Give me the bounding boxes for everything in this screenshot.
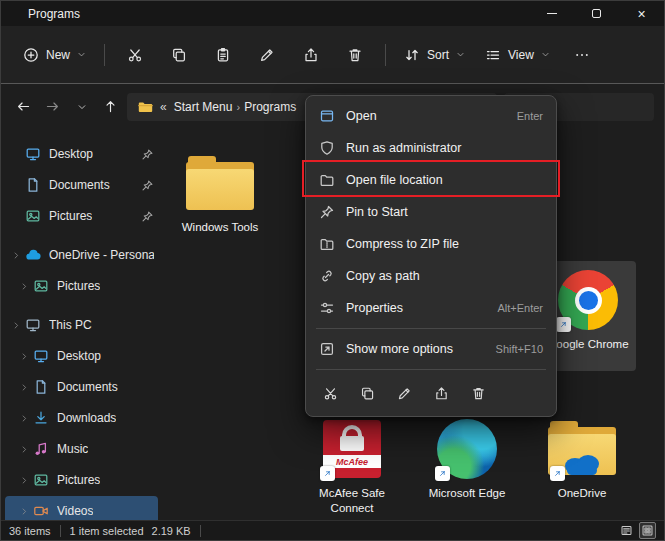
menu-item-label: Copy as path xyxy=(346,269,420,283)
file-icon-wrap xyxy=(172,150,268,216)
toolbar-divider xyxy=(104,44,105,66)
sidebar-item-onedrive-personal[interactable]: OneDrive - Personal xyxy=(5,240,158,270)
arrow-up-icon xyxy=(103,99,118,114)
maximize-button[interactable] xyxy=(574,1,619,26)
paste-button[interactable] xyxy=(201,38,245,72)
breadcrumb-overflow[interactable]: « xyxy=(160,100,167,114)
minimize-button[interactable] xyxy=(529,1,574,26)
menu-item-properties[interactable]: PropertiesAlt+Enter xyxy=(310,292,552,324)
cut-button[interactable] xyxy=(113,38,157,72)
rename-button[interactable] xyxy=(245,38,289,72)
sort-button[interactable]: Sort xyxy=(394,38,475,72)
sidebar-item-label: Downloads xyxy=(57,411,116,425)
admin-icon xyxy=(319,140,335,156)
navigation-pane: DesktopDocumentsPicturesOneDrive - Perso… xyxy=(1,128,162,520)
menu-delete-button[interactable] xyxy=(466,380,490,406)
sidebar-item-pictures[interactable]: Pictures xyxy=(5,201,158,231)
toolbar-divider xyxy=(385,44,386,66)
view-toggle-group xyxy=(618,522,656,539)
copy-path-icon xyxy=(319,268,335,284)
delete-button[interactable] xyxy=(333,38,377,72)
view-button[interactable]: View xyxy=(475,38,560,72)
details-view-button[interactable] xyxy=(618,522,635,539)
menu-item-run-as-administrator[interactable]: Run as administrator xyxy=(310,132,552,164)
shortcut-arrow-icon xyxy=(559,320,568,329)
rename-icon xyxy=(397,386,412,401)
menu-item-copy-as-path[interactable]: Copy as path xyxy=(310,260,552,292)
expander[interactable] xyxy=(17,442,31,456)
document-icon xyxy=(25,177,41,193)
file-item-label: OneDrive xyxy=(558,486,607,501)
file-item-windows-tools[interactable]: Windows Tools xyxy=(172,144,268,235)
large-icons-view-button[interactable] xyxy=(639,522,656,539)
sidebar-item-documents[interactable]: Documents xyxy=(5,170,158,200)
minimize-icon xyxy=(547,13,557,14)
expander[interactable] xyxy=(17,411,31,425)
close-icon: × xyxy=(637,7,645,21)
music-icon xyxy=(33,441,49,457)
up-button[interactable] xyxy=(96,92,125,122)
menu-divider xyxy=(316,369,546,370)
sidebar-item-desktop[interactable]: Desktop xyxy=(5,139,158,169)
chevron-right-icon xyxy=(20,414,29,423)
desktop-icon xyxy=(25,146,41,162)
menu-item-open[interactable]: OpenEnter xyxy=(310,100,552,132)
chevron-down-icon xyxy=(541,50,550,59)
expander[interactable] xyxy=(17,504,31,518)
picture-icon xyxy=(33,472,49,488)
menu-copy-button[interactable] xyxy=(355,380,379,406)
menu-item-show-more-options[interactable]: Show more optionsShift+F10 xyxy=(310,333,552,365)
sidebar-item-music[interactable]: Music xyxy=(5,434,158,464)
file-item-onedrive[interactable]: OneDrive xyxy=(534,410,630,501)
sidebar-item-downloads[interactable]: Downloads xyxy=(5,403,158,433)
back-button[interactable] xyxy=(9,92,38,122)
recent-locations-button[interactable] xyxy=(67,92,96,122)
menu-item-label: Pin to Start xyxy=(346,205,408,219)
expander[interactable] xyxy=(17,349,31,363)
file-item-microsoft-edge[interactable]: Microsoft Edge xyxy=(419,410,515,501)
share-icon xyxy=(303,47,319,63)
menu-share-button[interactable] xyxy=(429,380,453,406)
show-more-icon xyxy=(319,341,335,357)
menu-item-compress-to-zip-file[interactable]: Compress to ZIP file xyxy=(310,228,552,260)
folder-small-icon xyxy=(137,99,153,115)
ellipsis-icon xyxy=(574,47,590,63)
breadcrumb-segment-start-menu[interactable]: Start Menu xyxy=(174,100,233,114)
file-item-mcafee-safe-connect[interactable]: McAfeeMcAfee Safe Connect xyxy=(304,410,400,516)
menu-rename-button[interactable] xyxy=(392,380,416,406)
new-button[interactable]: New xyxy=(13,38,96,72)
expander xyxy=(9,178,23,192)
chevron-right-icon xyxy=(20,383,29,392)
sidebar-item-pictures[interactable]: Pictures xyxy=(5,465,158,495)
window-controls: × xyxy=(529,1,664,26)
sidebar-item-documents[interactable]: Documents xyxy=(5,372,158,402)
sidebar-item-desktop[interactable]: Desktop xyxy=(5,341,158,371)
expander xyxy=(9,209,23,223)
copy-button[interactable] xyxy=(157,38,201,72)
selection-summary: 1 item selected 2.19 KB xyxy=(70,525,191,537)
menu-item-open-file-location[interactable]: Open file location xyxy=(310,164,552,196)
menu-item-pin-to-start[interactable]: Pin to Start xyxy=(310,196,552,228)
sidebar-item-videos[interactable]: Videos xyxy=(5,496,158,520)
expander[interactable] xyxy=(17,279,31,293)
document-icon xyxy=(33,379,49,395)
sidebar-item-this-pc[interactable]: This PC xyxy=(5,310,158,340)
share-button[interactable] xyxy=(289,38,333,72)
sidebar-item-label: Pictures xyxy=(49,209,92,223)
close-button[interactable]: × xyxy=(619,1,664,26)
expander[interactable] xyxy=(17,380,31,394)
sidebar-item-label: Videos xyxy=(57,504,93,518)
pin-icon xyxy=(141,179,154,192)
pin-icon xyxy=(141,210,154,223)
menu-cut-button[interactable] xyxy=(318,380,342,406)
more-options-button[interactable] xyxy=(560,38,604,72)
sidebar-item-pictures[interactable]: Pictures xyxy=(5,271,158,301)
titlebar: Programs × xyxy=(1,1,664,26)
forward-button[interactable] xyxy=(38,92,67,122)
breadcrumb-segment-programs[interactable]: Programs xyxy=(244,100,296,114)
expander[interactable] xyxy=(9,248,23,262)
picture-icon xyxy=(33,278,49,294)
expander[interactable] xyxy=(9,318,23,332)
expander[interactable] xyxy=(17,473,31,487)
chevron-right-icon xyxy=(20,352,29,361)
